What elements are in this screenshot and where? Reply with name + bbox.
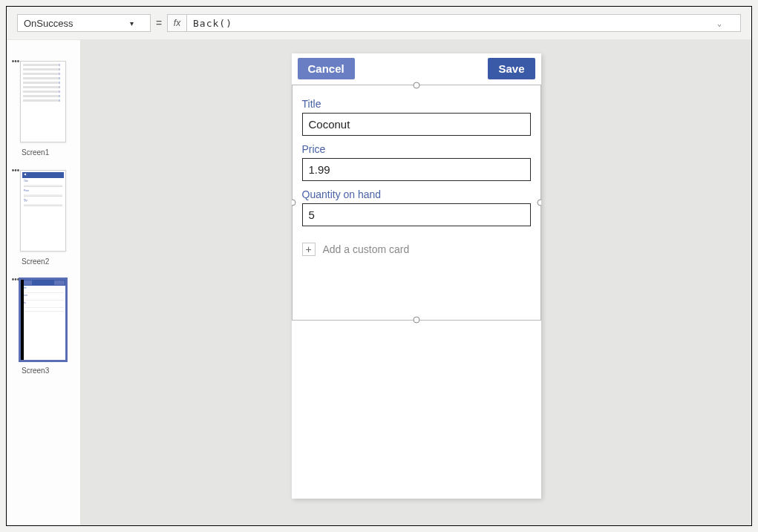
fx-icon[interactable]: fx <box>167 14 186 32</box>
title-field[interactable] <box>302 113 531 136</box>
property-selector[interactable]: OnSuccess ▾ <box>17 14 151 32</box>
more-icon[interactable]: ••• <box>11 168 20 173</box>
screen-thumb-screen1[interactable] <box>20 61 66 142</box>
more-icon[interactable]: ••• <box>11 59 20 64</box>
screens-panel: ••• Screen1 ••• ◀ Title Price Qty <box>7 40 81 525</box>
plus-icon: + <box>302 243 316 256</box>
screen-thumb-label: Screen1 <box>22 148 49 157</box>
screen-thumb-label: Screen3 <box>22 367 49 375</box>
price-field[interactable] <box>302 158 531 181</box>
chevron-down-icon: ⌄ <box>717 19 722 27</box>
formula-input[interactable]: Back() ⌄ <box>186 14 741 32</box>
field-label-price: Price <box>302 143 531 155</box>
screen-thumb-screen3[interactable]: Title Price Qty <box>20 279 66 361</box>
canvas-area[interactable]: Cancel Save Title Price Quantity on hand… <box>81 40 751 525</box>
app-frame: OnSuccess ▾ = fx Back() ⌄ ••• Screen1 <box>6 6 752 526</box>
equals-label: = <box>151 17 167 29</box>
field-label-title: Title <box>302 98 531 110</box>
app-preview-surface: Cancel Save Title Price Quantity on hand… <box>292 53 541 499</box>
screen-thumb-label: Screen2 <box>22 257 49 266</box>
add-custom-card-button[interactable]: + Add a custom card <box>302 243 531 256</box>
cancel-button[interactable]: Cancel <box>298 58 355 79</box>
add-custom-card-label: Add a custom card <box>323 243 410 255</box>
more-icon[interactable]: ••• <box>11 278 20 282</box>
app-header: Cancel Save <box>292 53 541 83</box>
form-body: Title Price Quantity on hand + Add a cus… <box>292 83 541 263</box>
save-button[interactable]: Save <box>488 58 535 79</box>
formula-text: Back() <box>193 18 232 29</box>
property-selector-value: OnSuccess <box>24 18 73 29</box>
screen-thumb-screen2[interactable]: ◀ Title Price Qty <box>20 170 66 252</box>
chevron-down-icon: ▾ <box>130 19 134 27</box>
quantity-field[interactable] <box>302 203 531 226</box>
formula-bar: OnSuccess ▾ = fx Back() ⌄ <box>7 7 751 40</box>
field-label-quantity: Quantity on hand <box>302 188 531 200</box>
resize-handle-s[interactable] <box>413 317 419 324</box>
